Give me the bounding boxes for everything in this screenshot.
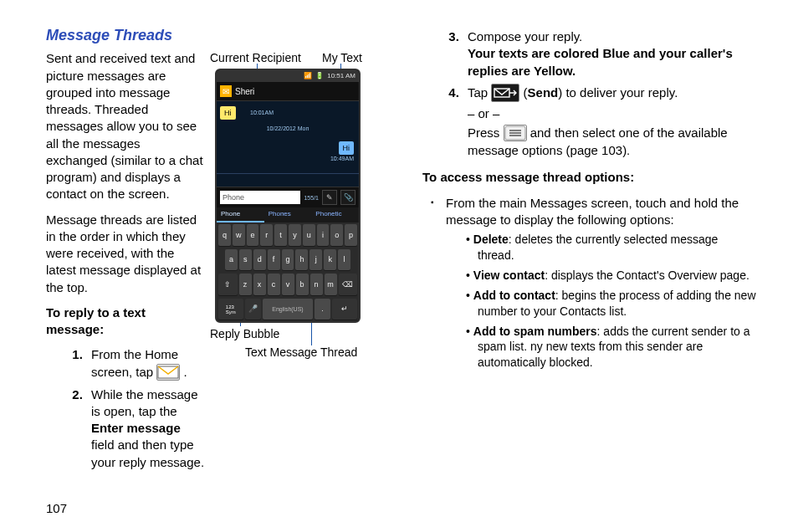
battery-icon: 🔋 — [315, 72, 324, 81]
key: z — [239, 274, 252, 295]
keyboard: q w e r t y u i o p — [217, 223, 359, 321]
manual-page: Message Threads Sent and received text a… — [0, 0, 798, 532]
key-dot: . — [315, 299, 331, 320]
menu-key-icon — [504, 125, 527, 141]
recipient-row: ✉ Sheri — [217, 82, 359, 101]
key: q — [218, 224, 231, 246]
suggestion-tabs: Phone Phones Phonetic — [217, 207, 359, 223]
key: p — [345, 224, 357, 246]
access-heading: To access message thread options: — [422, 169, 757, 186]
callout-reply-bubble: Reply Bubble — [210, 326, 279, 342]
step-1: From the Home screen, tap . — [86, 346, 205, 381]
right-column: Compose your reply. Your texts are color… — [422, 25, 757, 476]
key: u — [303, 224, 315, 246]
key: a — [225, 249, 238, 271]
step-4: Tap (Send) to deliver your reply. – or –… — [463, 84, 757, 160]
key: s — [239, 249, 252, 271]
bullet-add-to-contact: Add to contact: begins the process of ad… — [466, 288, 757, 320]
key: i — [317, 224, 330, 246]
option-intro: From the main Messages screen, touch and… — [446, 195, 757, 371]
back-envelope-icon: ✉ — [220, 85, 232, 97]
page-number: 107 — [46, 500, 67, 517]
key: r — [260, 224, 273, 246]
key-mic: 🎤 — [245, 299, 262, 320]
bullet-view-contact: View contact: displays the Contact's Ove… — [466, 268, 757, 284]
key: c — [268, 274, 280, 295]
key: o — [330, 224, 343, 246]
step-3: Compose your reply. Your texts are color… — [463, 28, 757, 79]
key: k — [324, 249, 336, 271]
intro-p1: Sent and received text and picture messa… — [46, 50, 205, 202]
key-space: English(US) — [263, 299, 312, 320]
key: l — [338, 249, 350, 271]
callout-thread: Text Message Thread — [245, 345, 357, 361]
compose-row: Phone 155/1 ✎ 📎 — [217, 187, 359, 207]
char-counter: 155/1 — [304, 194, 319, 202]
key-enter: ↵ — [332, 299, 357, 320]
message-thread: Hi 10:01AM 10/22/2012 Mon Hi 10:49AM — [217, 101, 359, 187]
callout-current-recipient: Current Recipient — [210, 50, 301, 66]
key: g — [282, 249, 294, 271]
key: w — [233, 224, 245, 246]
tab-1: Phone — [217, 207, 264, 223]
callout-my-text: My Text — [322, 50, 362, 66]
attach-icon: 📎 — [340, 190, 356, 205]
messaging-icon — [156, 364, 180, 381]
key-backspace: ⌫ — [339, 274, 358, 295]
bullet-delete: Delete: deletes the currently selected m… — [466, 232, 757, 263]
key: y — [289, 224, 301, 246]
date-divider: 10/22/2012 Mon — [267, 125, 309, 132]
key: t — [274, 224, 287, 246]
bubble-outgoing: Hi — [339, 141, 355, 155]
enter-message-field: Phone — [220, 191, 300, 204]
or-divider: – or – — [468, 105, 757, 122]
tab-2: Phones — [264, 207, 312, 223]
timestamp-2: 10:49AM — [330, 155, 354, 162]
intro-text: Sent and received text and picture messa… — [46, 50, 205, 476]
key: h — [295, 249, 308, 271]
phone-figure: Current Recipient My Text Reply Bubble T… — [215, 50, 391, 476]
recipient-name: Sheri — [235, 86, 254, 98]
key: d — [253, 249, 266, 271]
section-title: Message Threads — [46, 25, 397, 45]
handwriting-icon: ✎ — [322, 190, 337, 205]
left-column: Message Threads Sent and received text a… — [46, 25, 397, 476]
status-bar: 📶 🔋 10:51 AM — [217, 70, 359, 82]
key: f — [268, 249, 280, 271]
wifi-icon: 📶 — [304, 72, 312, 81]
key-shift: ⇧ — [218, 274, 238, 295]
bubble-incoming: Hi — [220, 106, 236, 120]
reply-heading: To reply to a text message: — [46, 304, 205, 339]
send-icon — [491, 84, 519, 102]
key: b — [296, 274, 309, 295]
status-time: 10:51 AM — [327, 72, 356, 81]
key: e — [247, 224, 259, 246]
key: v — [282, 274, 294, 295]
key: j — [309, 249, 322, 271]
tab-3: Phonetic — [311, 207, 359, 223]
key: x — [253, 274, 266, 295]
key: n — [310, 274, 323, 295]
intro-p2: Message threads are listed in the order … — [46, 212, 205, 296]
key-sym: 123 Sym — [218, 299, 243, 320]
phone-mockup: 📶 🔋 10:51 AM ✉ Sheri Hi 10:01AM 10/22/20… — [215, 69, 361, 323]
bullet-add-to-spam: Add to spam numbers: adds the current se… — [466, 324, 757, 371]
key: m — [325, 274, 337, 295]
step-2: While the message is open, tap the Enter… — [86, 386, 205, 471]
timestamp-1: 10:01AM — [250, 109, 274, 116]
